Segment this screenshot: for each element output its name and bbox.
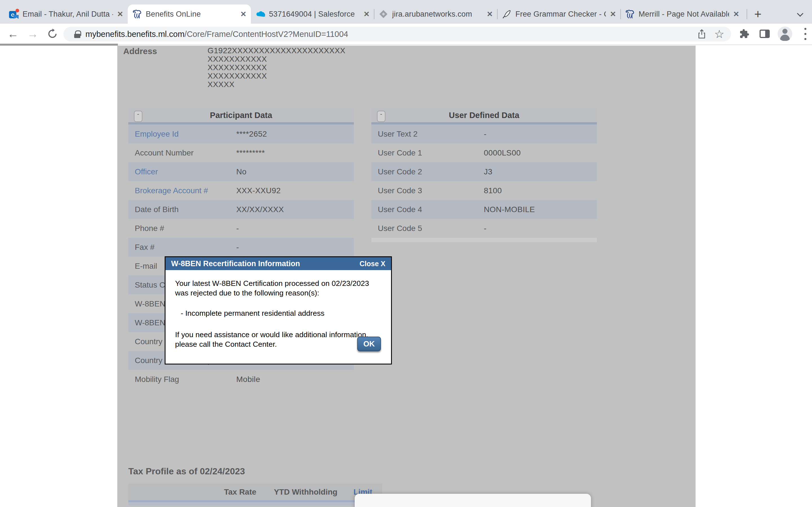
address-bar[interactable]: mybenefits.benefits.ml.com/Core/Frame/Co…	[63, 27, 731, 41]
table-row: User Text 2-	[371, 124, 597, 144]
reload-button[interactable]	[45, 26, 60, 42]
table-row: User Code 4NON-MOBILE	[371, 200, 597, 219]
tax-profile-heading: Tax Profile as of 02/24/2023	[128, 466, 245, 476]
row-value: No	[236, 167, 247, 176]
address-line: XXXXXXXXXXX	[207, 72, 345, 80]
row-label: Mobility Flag	[135, 375, 236, 384]
salesforce-cloud-icon	[255, 9, 265, 19]
tab-title: Benefits OnLine	[146, 10, 236, 18]
address-line: XXXXXXXXXXX	[207, 55, 345, 63]
tax-table-header: Tax Rate YTD Withholding Limit	[128, 484, 382, 502]
row-label: User Code 5	[378, 224, 484, 233]
modal-header: W-8BEN Recertification Information Close…	[165, 257, 391, 270]
tab-close-icon[interactable]: ✕	[610, 10, 616, 18]
tax-col-ytd-withholding: YTD Withholding	[267, 488, 344, 497]
tab-grammar-checker[interactable]: Free Grammar Checker - Q ✕	[497, 4, 620, 24]
modal-assistance-note: If you need assistance or would like add…	[175, 330, 380, 349]
participant-table-title: Participant Data	[210, 111, 272, 120]
row-value: *********	[236, 149, 265, 158]
share-icon[interactable]	[697, 29, 706, 39]
row-value: XX/XX/XXXX	[236, 205, 284, 214]
row-value: 8100	[484, 186, 502, 195]
table-row: OfficerNo	[128, 162, 354, 181]
row-label: User Code 3	[378, 186, 484, 195]
tab-jira[interactable]: jira.arubanetworks.com ✕	[374, 4, 497, 24]
row-value: -	[484, 129, 487, 138]
url-text[interactable]: mybenefits.benefits.ml.com/Core/Frame/Co…	[86, 30, 689, 39]
tab-title: Email - Thakur, Anil Dutta -	[22, 10, 113, 18]
user-defined-table-title: User Defined Data	[449, 111, 519, 120]
extensions-icon[interactable]	[737, 26, 752, 42]
participant-table-header: - Participant Data	[128, 108, 354, 124]
table-row: Employee Id****2652	[128, 124, 354, 144]
row-label: Phone #	[135, 224, 236, 233]
row-value: NON-MOBILE	[484, 205, 535, 214]
row-label: User Text 2	[378, 129, 484, 138]
tab-close-icon[interactable]: ✕	[117, 10, 123, 18]
tab-title: Free Grammar Checker - Q	[515, 10, 606, 18]
table-row: Mobility FlagMobile	[128, 370, 354, 389]
merrill-bull-icon	[132, 9, 142, 19]
modal-close-button[interactable]: Close X	[359, 260, 386, 268]
row-value: Mobile	[236, 375, 260, 384]
row-value: ****2652	[236, 129, 267, 138]
tab-title: Merrill - Page Not Available	[639, 10, 729, 18]
tab-close-icon[interactable]: ✕	[240, 10, 246, 18]
row-label: User Code 4	[378, 205, 484, 214]
w8ben-recertification-modal: W-8BEN Recertification Information Close…	[165, 256, 392, 364]
table-row: Account Number*********	[128, 144, 354, 162]
profile-avatar[interactable]	[777, 26, 793, 42]
modal-message: Your latest W-8BEN Certification process…	[175, 279, 380, 298]
table-row: Fax #-	[128, 238, 354, 257]
row-label-link[interactable]: Officer	[135, 167, 236, 176]
table-row: Phone #-	[128, 219, 354, 238]
table-row: Brokerage Account #XXX-XXU92	[128, 181, 354, 200]
tax-table-row-strip	[128, 502, 382, 506]
address-line: G1922XXXXXXXXXXXXXXXXXXXXX	[207, 47, 345, 55]
tab-search-chevron-icon[interactable]	[797, 10, 804, 17]
table-row: User Code 5-	[371, 219, 597, 238]
back-button[interactable]: ←	[5, 26, 21, 42]
collapse-button[interactable]: -	[377, 111, 386, 122]
modal-body: Your latest W-8BEN Certification process…	[165, 270, 391, 363]
ok-button[interactable]: OK	[357, 337, 381, 351]
tab-merrill-not-available[interactable]: Merrill - Page Not Available ✕	[620, 4, 744, 24]
page-background: Address G1922XXXXXXXXXXXXXXXXXXXXX XXXXX…	[0, 45, 812, 507]
user-defined-table-header: - User Defined Data	[371, 108, 597, 124]
row-value: -	[484, 224, 487, 233]
tab-benefits-online[interactable]: Benefits OnLine ✕	[128, 4, 251, 24]
tab-title: 5371649004 | Salesforce	[269, 10, 359, 18]
tab-close-icon[interactable]: ✕	[733, 10, 739, 18]
url-host: mybenefits.benefits.ml.com	[86, 30, 185, 39]
row-value: XXX-XXU92	[236, 186, 281, 195]
new-tab-button[interactable]: +	[750, 6, 766, 22]
lock-icon[interactable]	[74, 31, 80, 38]
row-value: J3	[484, 167, 492, 176]
bookmark-star-icon[interactable]: ☆	[714, 29, 724, 40]
row-value: -	[236, 224, 239, 233]
tab-email[interactable]: o Email - Thakur, Anil Dutta - ✕	[4, 4, 128, 24]
table-row: Date of BirthXX/XX/XXXX	[128, 200, 354, 219]
table-footer-strip	[371, 238, 597, 242]
table-row: User Code 38100	[371, 181, 597, 200]
forward-button[interactable]: →	[25, 26, 41, 42]
collapse-button[interactable]: -	[134, 111, 142, 122]
row-label-link[interactable]: Employee Id	[135, 129, 236, 138]
row-label-link[interactable]: Brokerage Account #	[135, 186, 236, 195]
jira-diamond-icon	[378, 9, 388, 19]
url-path: /Core/Frame/ContentHostV2?MenuID=11004	[185, 30, 348, 39]
browser-toolbar: ← → mybenefits.benefits.ml.com/Core/Fram…	[0, 24, 812, 45]
tab-close-icon[interactable]: ✕	[363, 10, 370, 18]
tab-close-icon[interactable]: ✕	[487, 10, 493, 18]
side-panel-icon[interactable]	[757, 26, 772, 42]
address-line: XXXXXXXXXXX	[207, 63, 345, 72]
tax-col-tax-rate: Tax Rate	[213, 488, 267, 497]
tab-separator	[747, 9, 747, 19]
browser-menu-icon[interactable]	[797, 26, 812, 42]
row-value: 0000LS00	[484, 149, 521, 158]
row-label: Fax #	[135, 243, 236, 252]
row-label: User Code 2	[378, 167, 484, 176]
address-value: G1922XXXXXXXXXXXXXXXXXXXXX XXXXXXXXXXX X…	[207, 47, 345, 89]
tab-salesforce[interactable]: 5371649004 | Salesforce ✕	[251, 4, 374, 24]
user-defined-data-table: - User Defined Data User Text 2- User Co…	[371, 108, 597, 242]
